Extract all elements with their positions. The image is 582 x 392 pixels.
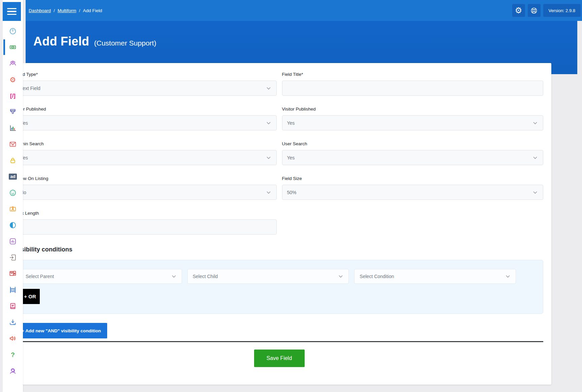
sidebar-item-abacus[interactable]: [3, 286, 23, 294]
sidebar-item-ticket[interactable]: [3, 43, 23, 51]
visibility-conditions-panel: Select Parent Select Child Select Condit…: [15, 260, 543, 314]
chevron-down-icon: [265, 154, 272, 161]
breadcrumb: Dashboard / Multiform / Add Field: [29, 8, 102, 13]
admin-search-label: Admin Search: [15, 141, 277, 146]
user-search-value: Yes: [287, 155, 295, 160]
sidebar-item-help[interactable]: ?: [3, 351, 23, 359]
chevron-down-icon: [265, 189, 272, 196]
select-parent-placeholder: Select Parent: [26, 274, 54, 279]
topbar: Dashboard / Multiform / Add Field ⚙ Vers…: [26, 0, 582, 21]
sidebar-item-knowledgebase[interactable]: [3, 302, 23, 310]
sidebar-item-statistics[interactable]: [3, 237, 23, 245]
import-icon: [9, 253, 17, 262]
show-on-listing-label: Show On Listing: [15, 176, 277, 181]
shortcode-icon: [/]: [10, 93, 16, 99]
breadcrumb-separator: /: [79, 8, 80, 13]
field-size-label: Field Size: [282, 176, 544, 181]
chevron-down-icon: [337, 273, 344, 280]
id-badge-icon: [9, 205, 17, 213]
select-parent-dropdown[interactable]: Select Parent: [20, 269, 182, 284]
book-icon: [9, 302, 17, 310]
sidebar-item-users[interactable]: [3, 59, 23, 67]
user-search-select[interactable]: Yes: [282, 150, 544, 165]
user-published-select[interactable]: Yes: [15, 115, 277, 130]
sidebar: ⚙[/]@ad?: [3, 0, 23, 392]
sidebar-item-archive[interactable]: [3, 270, 23, 278]
hamburger-menu-button[interactable]: [3, 2, 21, 21]
visitor-published-label: Visitor Published: [282, 107, 544, 112]
visibility-conditions-heading: Visibility conditions: [15, 246, 543, 253]
visitor-published-value: Yes: [287, 120, 295, 126]
user-search-label: User Search: [282, 141, 544, 146]
field-type-select[interactable]: Text Field: [15, 81, 277, 96]
question-icon: ?: [11, 352, 15, 358]
sidebar-item-reports[interactable]: [3, 124, 23, 132]
archive-upload-icon: [9, 270, 17, 278]
sidebar-item-import[interactable]: [3, 253, 23, 262]
sidebar-item-id-badge[interactable]: [3, 205, 23, 213]
field-type-value: Text Field: [20, 86, 40, 91]
max-length-input[interactable]: [15, 219, 277, 235]
sidebar-item-appearance[interactable]: [3, 108, 23, 116]
sidebar-item-satisfaction[interactable]: [3, 189, 23, 197]
sidebar-item-ads[interactable]: ad: [3, 173, 23, 181]
admin-search-select[interactable]: Yes: [15, 150, 277, 165]
form-column-left: Field Type* Text Field User Published Ye…: [15, 72, 277, 235]
add-field-card: Field Type* Text Field User Published Ye…: [7, 63, 551, 385]
download-tray-icon: [9, 318, 17, 326]
dashboard-gauge-icon: [9, 27, 17, 35]
svg-text:@: @: [11, 143, 14, 146]
sidebar-item-support-agent[interactable]: [3, 367, 23, 375]
field-size-value: 50%: [287, 190, 297, 195]
sidebar-item-announcements[interactable]: [3, 334, 23, 342]
field-size-select[interactable]: 50%: [282, 185, 544, 200]
chevron-down-icon: [265, 120, 272, 126]
sidebar-item-settings[interactable]: ⚙: [3, 76, 23, 84]
select-child-placeholder: Select Child: [193, 274, 218, 279]
chevron-down-icon: [532, 189, 539, 196]
breadcrumb-separator: /: [54, 8, 55, 13]
field-title-label: Field Title*: [282, 72, 544, 77]
abacus-icon: [9, 286, 17, 294]
sidebar-item-downloads[interactable]: [3, 318, 23, 326]
show-on-listing-select[interactable]: No: [15, 185, 277, 200]
version-badge: Version: 2.9.8: [543, 4, 581, 17]
breadcrumb-current: Add Field: [83, 8, 102, 13]
sidebar-item-security[interactable]: [3, 156, 23, 164]
headset-support-icon: [9, 367, 17, 375]
select-condition-placeholder: Select Condition: [360, 274, 394, 279]
hamburger-icon: [7, 8, 17, 9]
chart-box-icon: [9, 237, 17, 245]
chevron-down-icon: [504, 273, 511, 280]
gear-icon: ⚙: [515, 6, 522, 14]
user-published-label: User Published: [15, 107, 277, 112]
sidebar-items: ⚙[/]@ad?: [3, 27, 23, 383]
breadcrumb-multiform-link[interactable]: Multiform: [58, 8, 76, 13]
add-or-condition-button[interactable]: + OR: [20, 289, 40, 304]
page-subtitle: (Customer Support): [94, 39, 156, 47]
users-group-icon: [9, 59, 17, 67]
bar-chart-icon: [9, 124, 17, 132]
add-and-condition-button[interactable]: + Add new "AND" visibility condition: [15, 323, 107, 338]
chevron-down-icon: [171, 273, 177, 280]
chevron-down-icon: [265, 85, 272, 92]
field-type-label: Field Type*: [15, 72, 277, 77]
select-condition-dropdown[interactable]: Select Condition: [354, 269, 516, 284]
topbar-actions: ⚙ Version: 2.9.8: [512, 4, 581, 17]
save-field-button[interactable]: Save Field: [254, 350, 305, 367]
help-button[interactable]: [528, 4, 541, 17]
select-child-dropdown[interactable]: Select Child: [187, 269, 349, 284]
field-title-input[interactable]: [282, 81, 544, 96]
paint-brush-icon: [9, 108, 17, 116]
breadcrumb-dashboard-link[interactable]: Dashboard: [29, 8, 51, 13]
sidebar-item-dashboard[interactable]: [3, 27, 23, 35]
ticket-icon: [9, 43, 17, 51]
sidebar-item-email[interactable]: @: [3, 140, 23, 148]
chevron-down-icon: [532, 120, 539, 126]
settings-button[interactable]: ⚙: [512, 4, 525, 17]
ad-badge-icon: ad: [9, 174, 17, 180]
sidebar-item-shortcode[interactable]: [/]: [3, 92, 23, 100]
form-column-right: Field Title* Visitor Published Yes User …: [282, 72, 544, 235]
sidebar-item-contrast[interactable]: [3, 221, 23, 229]
visitor-published-select[interactable]: Yes: [282, 115, 544, 130]
